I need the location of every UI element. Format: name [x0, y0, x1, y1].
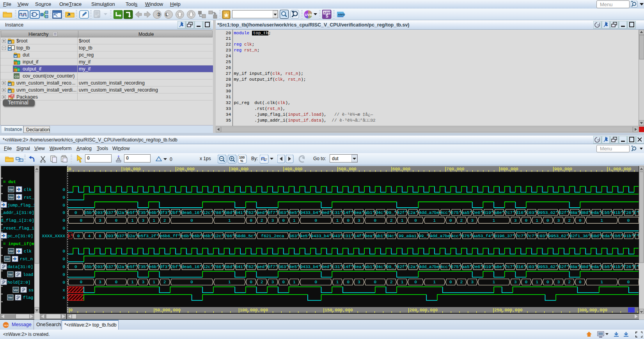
svg-text:3: 3 — [471, 280, 474, 284]
svg-text:0: 0 — [414, 280, 417, 284]
svg-text:df3*: df3* — [160, 265, 170, 269]
svg-text:data[31:0]: data[31:0] — [7, 265, 33, 269]
svg-text:0: 0 — [627, 280, 630, 284]
svg-text:_reset_flag_i: _reset_flag_i — [0, 226, 34, 231]
svg-text:8f7*: 8f7* — [268, 265, 278, 269]
svg-text:35b*: 35b* — [84, 265, 94, 269]
svg-text:4cc*: 4cc* — [440, 265, 450, 269]
svg-text:100,000: 100,000 — [122, 167, 140, 171]
svg-text:841*: 841* — [235, 265, 245, 269]
svg-text:9953_62*: 9953_62* — [548, 234, 569, 238]
svg-text:62f*: 62f* — [559, 210, 569, 215]
svg-text:c2a*: c2a* — [408, 210, 418, 215]
svg-text:1: 1 — [493, 218, 495, 223]
svg-text:9433_b4*: 9433_b4* — [300, 210, 321, 215]
svg-text:250,000,000: 250,000,000 — [494, 308, 523, 313]
svg-text:I: I — [14, 69, 15, 72]
svg-text:800,000: 800,000 — [500, 167, 518, 171]
svg-text:0: 0 — [75, 265, 77, 269]
svg-text:300,000,000: 300,000,000 — [579, 308, 608, 313]
svg-text:200,000,000: 200,000,000 — [410, 308, 438, 313]
svg-text:2: 2 — [568, 218, 571, 223]
svg-text:0: 0 — [282, 280, 285, 284]
svg-text:3: 3 — [557, 280, 560, 284]
svg-text:0: 0 — [115, 218, 118, 223]
svg-text:0: 0 — [374, 218, 376, 223]
svg-text:41b*: 41b* — [613, 210, 623, 215]
svg-text:0: 0 — [62, 272, 65, 277]
svg-text:4ed*: 4ed* — [321, 210, 332, 215]
svg-text:3: 3 — [142, 280, 145, 284]
svg-text:88d*: 88d* — [580, 210, 591, 215]
svg-text:e5f*: e5f* — [127, 210, 137, 215]
svg-text:0: 0 — [449, 218, 452, 223]
svg-text:62f1_36*: 62f1_36* — [570, 234, 591, 238]
svg-text:200,000: 200,000 — [177, 167, 195, 171]
svg-text:1: 1 — [401, 218, 404, 223]
svg-text:900,000: 900,000 — [554, 167, 572, 171]
svg-text:0: 0 — [546, 218, 549, 223]
svg-text:2*: 2* — [634, 265, 639, 269]
svg-text:12c*: 12c* — [203, 210, 213, 215]
svg-text:12c*: 12c* — [203, 265, 213, 269]
svg-text:Ver: Ver — [9, 196, 14, 199]
svg-text:99_*: 99_* — [419, 234, 429, 238]
svg-text:8: 8 — [99, 234, 101, 238]
svg-text:2e6*: 2e6* — [472, 210, 483, 215]
svg-text:d4c*: d4c* — [375, 265, 385, 269]
svg-text:4cc*: 4cc* — [451, 234, 461, 238]
svg-text:D: D — [158, 12, 160, 17]
svg-text:0: 0 — [62, 203, 65, 208]
svg-text:a8e*: a8e* — [494, 210, 504, 215]
svg-text:42f*: 42f* — [397, 210, 407, 215]
svg-text:d16*: d16* — [516, 265, 526, 269]
svg-text:8f7*: 8f7* — [268, 210, 278, 215]
svg-text:%: % — [240, 159, 243, 163]
svg-text:99_a9a1: 99_a9a1 — [399, 234, 417, 238]
svg-text:819*: 819* — [483, 265, 493, 269]
svg-text:e5f*: e5f* — [127, 265, 137, 269]
svg-text:14f*: 14f* — [343, 210, 353, 215]
svg-text:9433_b4*: 9433_b4* — [300, 265, 321, 269]
svg-text:0: 0 — [525, 280, 528, 284]
svg-text:aa53_f4*: aa53_f4* — [473, 234, 493, 238]
svg-text:1: 1 — [536, 280, 538, 284]
svg-text:b37*: b37* — [117, 234, 127, 238]
svg-text:8ea*: 8ea* — [354, 265, 364, 269]
svg-text:58d*: 58d* — [224, 210, 234, 215]
svg-text:8ea*: 8ea* — [354, 210, 364, 215]
svg-text:0: 0 — [546, 280, 549, 284]
svg-text:4dd_a7be: 4dd_a7be — [429, 234, 450, 238]
svg-text:1: 1 — [293, 280, 296, 284]
svg-text:cb5*: cb5* — [602, 265, 612, 269]
svg-text:0: 0 — [579, 218, 582, 223]
svg-text:0: 0 — [579, 280, 582, 284]
svg-text:CG: CG — [14, 75, 19, 78]
svg-text:32a*: 32a* — [117, 265, 127, 269]
svg-text:2: 2 — [460, 280, 463, 284]
svg-text:eda*: eda* — [591, 210, 601, 215]
svg-text:f62*: f62* — [246, 265, 256, 269]
svg-text:M: M — [9, 83, 11, 86]
svg-text:58d*: 58d* — [224, 265, 234, 269]
svg-text:1: 1 — [536, 218, 538, 223]
svg-text:2: 2 — [390, 218, 393, 223]
svg-text:0: 0 — [414, 218, 417, 223]
svg-text:0: 0 — [314, 280, 317, 284]
svg-text:700,000: 700,000 — [446, 167, 464, 171]
svg-text:d16*: d16* — [516, 210, 526, 215]
svg-text:0: 0 — [62, 218, 65, 223]
svg-text:2: 2 — [568, 280, 571, 284]
svg-text:0: 0 — [62, 226, 65, 231]
svg-text:7c7*: 7c7* — [505, 210, 515, 215]
svg-text:0: 0 — [80, 218, 83, 223]
svg-text:88d*: 88d* — [591, 234, 601, 238]
svg-text:clk: clk — [24, 187, 32, 192]
svg-text:Ver: Ver — [9, 249, 14, 253]
svg-text:786*: 786* — [213, 265, 224, 269]
svg-text:675*: 675* — [451, 265, 461, 269]
svg-text:42f*: 42f* — [397, 265, 407, 269]
svg-text:0: 0 — [69, 167, 71, 171]
svg-text:7c7*: 7c7* — [527, 234, 537, 238]
svg-text:7c7*: 7c7* — [516, 234, 526, 238]
